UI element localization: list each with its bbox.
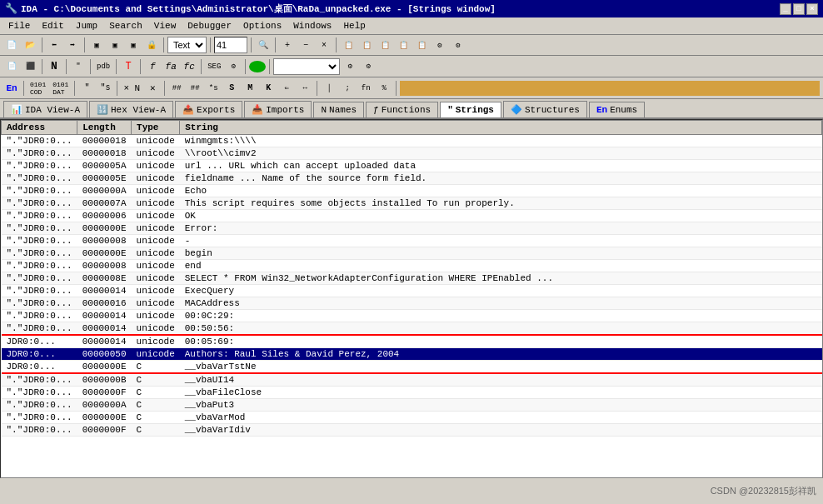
table-row[interactable]: "."JDR0:0...00000018unicode\\root\\cimv2: [2, 147, 822, 160]
tb2-extra2[interactable]: ⚙: [360, 58, 377, 75]
copy2-button[interactable]: ▣: [107, 37, 123, 53]
menu-search[interactable]: Search: [104, 19, 147, 32]
lock-button[interactable]: 🔒: [143, 37, 160, 53]
tb3-hash2[interactable]: ##: [187, 80, 203, 97]
tb3-quot[interactable]: ": [78, 80, 95, 97]
tb2-green-button[interactable]: [249, 61, 266, 72]
tab-strings[interactable]: " Strings: [440, 102, 501, 117]
tb3-star[interactable]: *s: [205, 80, 222, 97]
menu-debugger[interactable]: Debugger: [182, 19, 237, 32]
cross-button[interactable]: ×: [316, 37, 332, 53]
tb2-btn5[interactable]: T: [120, 58, 137, 75]
filter-type-select[interactable]: Text: [167, 37, 207, 53]
table-row[interactable]: JDR0:0...0000000EC__vbaVarTstNe: [2, 361, 822, 374]
tb3-semi[interactable]: ;: [339, 80, 356, 97]
tb3-close-button[interactable]: ✕: [144, 80, 161, 97]
copy3-button[interactable]: ▣: [125, 37, 142, 53]
tb2-fc-button[interactable]: fc: [181, 58, 197, 75]
table-row[interactable]: "."JDR0:0...0000000FC__vbaFileClose: [2, 387, 822, 399]
tb3-hex1[interactable]: 0101COD: [27, 80, 48, 97]
copy1-button[interactable]: ▣: [88, 37, 105, 53]
open-button[interactable]: 📂: [22, 37, 38, 53]
search-icon[interactable]: 🔍: [255, 37, 272, 53]
tb3-s[interactable]: S: [223, 80, 240, 97]
table-row[interactable]: "."JDR0:0...0000000EunicodeError:: [2, 222, 822, 235]
table-row[interactable]: JDR0:0...00000050unicodeAuthors: Raul Si…: [2, 348, 822, 361]
tb2-fa-button[interactable]: fa: [162, 58, 179, 75]
tb3-quot2[interactable]: "s: [97, 80, 113, 97]
tb3-arr1[interactable]: ⇐: [278, 80, 295, 97]
table-row[interactable]: "."JDR0:0...00000014unicode00:0C:29:: [2, 310, 822, 322]
doc1-button[interactable]: 📋: [340, 37, 357, 53]
table-row[interactable]: "."JDR0:0...0000000BC__vbaUI14: [2, 373, 822, 387]
tb2-fn-button[interactable]: f: [144, 58, 161, 75]
tb3-hash[interactable]: ##: [168, 80, 185, 97]
menu-view[interactable]: View: [149, 19, 181, 32]
table-row[interactable]: JDR0:0...00000014unicode00:05:69:: [2, 335, 822, 348]
forward-button[interactable]: ➡: [64, 37, 81, 53]
table-row[interactable]: "."JDR0:0...0000008EunicodeSELECT * FROM…: [2, 272, 822, 285]
tab-enums[interactable]: En Enums: [589, 102, 645, 117]
table-row[interactable]: "."JDR0:0...0000000FC__vbaVarIdiv: [2, 424, 822, 437]
table-row[interactable]: "."JDR0:0...00000014unicode00:50:56:: [2, 322, 822, 336]
table-row[interactable]: "."JDR0:0...00000008unicodeend: [2, 260, 822, 272]
doc4-button[interactable]: 📋: [395, 37, 412, 53]
tb3-m[interactable]: M: [242, 80, 258, 97]
table-row[interactable]: "."JDR0:0...00000008unicode-: [2, 235, 822, 247]
tab-structures[interactable]: 🔷 Structures: [503, 101, 587, 117]
tab-hex-view[interactable]: 🔢 Hex View-A: [89, 101, 173, 117]
menu-windows[interactable]: Windows: [288, 19, 337, 32]
tb3-k[interactable]: K: [260, 80, 277, 97]
minimize-button[interactable]: _: [780, 3, 791, 15]
close-button[interactable]: ×: [806, 3, 818, 15]
table-row[interactable]: "."JDR0:0...00000006unicodeOK: [2, 210, 822, 222]
tab-exports[interactable]: 📤 Exports: [175, 101, 242, 117]
table-row[interactable]: "."JDR0:0...00000016unicodeMACAddress: [2, 297, 822, 310]
tb2-pdb-button[interactable]: pdb: [94, 58, 112, 75]
tb3-fn2[interactable]: fn: [357, 80, 374, 97]
new-button[interactable]: 📄: [3, 37, 20, 53]
table-row[interactable]: "."JDR0:0...0000005Aunicode url ... URL …: [2, 160, 822, 172]
tb3-arr2[interactable]: ↔: [297, 80, 313, 97]
tb2-seg-button[interactable]: SEG: [205, 58, 223, 75]
table-row[interactable]: "."JDR0:0...0000000AC__vbaPut3: [2, 399, 822, 412]
tb2-seg2-button[interactable]: ⚙: [225, 58, 242, 75]
tb2-btn1[interactable]: 📄: [3, 58, 20, 75]
table-row[interactable]: "."JDR0:0...00000014unicodeExecQuery: [2, 285, 822, 297]
menu-options[interactable]: Options: [238, 19, 287, 32]
menu-edit[interactable]: Edit: [37, 19, 68, 32]
tb2-select[interactable]: [273, 58, 340, 75]
tb2-n-button[interactable]: N: [46, 58, 62, 75]
minus-button[interactable]: −: [297, 37, 314, 53]
filter-value-input[interactable]: [214, 37, 247, 53]
tab-ida-view[interactable]: 📊 IDA View-A: [3, 101, 87, 117]
table-row[interactable]: "."JDR0:0...0000000Eunicodebegin: [2, 247, 822, 260]
doc5-button[interactable]: 📋: [413, 37, 430, 53]
tb3-pct[interactable]: %: [376, 80, 392, 97]
tab-functions[interactable]: ƒ Functions: [366, 102, 438, 117]
tb3-hex2[interactable]: 0101DAT: [50, 80, 71, 97]
plus-button[interactable]: +: [279, 37, 296, 53]
doc6-button[interactable]: ⚙: [431, 37, 448, 53]
table-row[interactable]: "."JDR0:0...0000005Eunicode fieldname ..…: [2, 172, 822, 185]
tab-names[interactable]: N Names: [313, 102, 364, 117]
table-row[interactable]: "."JDR0:0...0000007AunicodeThis script r…: [2, 197, 822, 210]
tb3-x-button[interactable]: × N: [121, 80, 142, 97]
doc2-button[interactable]: 📋: [358, 37, 375, 53]
tab-imports[interactable]: 📥 Imports: [244, 101, 312, 117]
doc3-button[interactable]: 📋: [377, 37, 393, 53]
maximize-button[interactable]: □: [793, 3, 805, 15]
doc7-button[interactable]: ⚙: [450, 37, 466, 53]
back-button[interactable]: ⬅: [46, 37, 62, 53]
tb2-btn2[interactable]: ⬛: [22, 58, 38, 75]
menu-jump[interactable]: Jump: [71, 19, 102, 32]
menu-help[interactable]: Help: [338, 19, 370, 32]
table-row[interactable]: "."JDR0:0...0000000AunicodeEcho: [2, 185, 822, 197]
table-row[interactable]: "."JDR0:0...00000018unicodewinmgmts:\\\\: [2, 135, 822, 147]
tb2-btn3[interactable]: ": [70, 58, 87, 75]
table-row[interactable]: "."JDR0:0...0000000EC__vbaVarMod: [2, 412, 822, 424]
tb2-extra1[interactable]: ⚙: [342, 58, 358, 75]
tb3-pipe[interactable]: │: [321, 80, 337, 97]
tb3-en-button[interactable]: En: [3, 80, 20, 97]
menu-file[interactable]: File: [3, 19, 35, 32]
